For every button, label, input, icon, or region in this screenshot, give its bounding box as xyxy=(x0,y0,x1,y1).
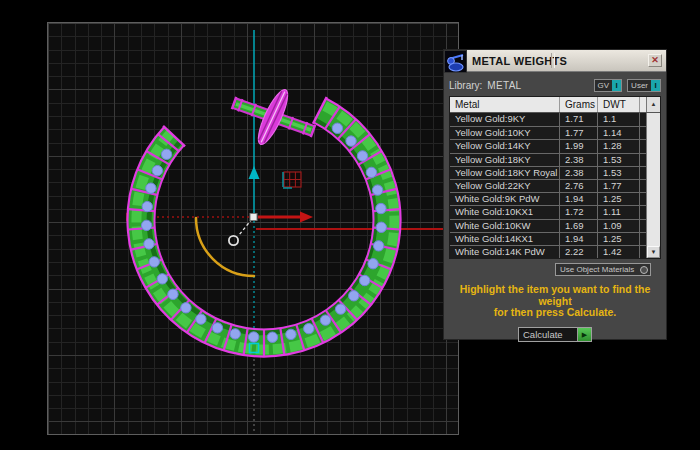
cell-dwt: 1.25 xyxy=(598,193,640,205)
cell-metal: Yellow Gold:14KY xyxy=(450,140,560,152)
stone[interactable] xyxy=(230,329,240,339)
cell-dwt: 1.14 xyxy=(598,127,640,139)
cell-metal: Yellow Gold:22KY xyxy=(450,180,560,192)
origin-marker[interactable] xyxy=(250,214,257,221)
stone[interactable] xyxy=(196,314,206,324)
instruction-line-2: for then press Calculate. xyxy=(449,307,661,319)
stone[interactable] xyxy=(376,222,386,232)
stone[interactable] xyxy=(368,259,378,269)
stone[interactable] xyxy=(373,241,383,251)
cell-dwt: 1.25 xyxy=(598,233,640,245)
cell-grams: 1.94 xyxy=(560,193,598,205)
object-materials-dropdown[interactable]: Use Object Materials xyxy=(555,263,651,276)
cell-grams: 2.38 xyxy=(560,167,598,179)
table-row[interactable]: Yellow Gold:10KY1.771.14 xyxy=(450,126,646,139)
table-row[interactable]: White Gold:14K PdW2.221.42 xyxy=(450,245,646,258)
col-header-metal[interactable]: Metal xyxy=(450,97,560,112)
table-row[interactable]: Yellow Gold:22KY2.761.77 xyxy=(450,179,646,192)
cell-dwt: 1.09 xyxy=(598,220,640,232)
cell-metal: Yellow Gold:18KY xyxy=(450,154,560,166)
cell-metal: White Gold:10KX1 xyxy=(450,206,560,218)
stone[interactable] xyxy=(267,332,277,342)
table-row[interactable]: Yellow Gold:18KY Royal2.381.53 xyxy=(450,166,646,179)
stone[interactable] xyxy=(335,304,345,314)
cell-grams: 1.94 xyxy=(560,233,598,245)
stone[interactable] xyxy=(157,274,167,284)
stone[interactable] xyxy=(181,303,191,313)
table-scrollbar[interactable]: ▲ ▼ xyxy=(646,113,660,258)
calculate-play-icon: ▶ xyxy=(577,328,591,341)
cell-grams: 1.71 xyxy=(560,113,598,126)
scroll-down-icon[interactable]: ▼ xyxy=(647,246,660,258)
calculate-button[interactable]: Calculate ▶ xyxy=(518,327,592,342)
table-row[interactable]: White Gold:10KW1.691.09 xyxy=(450,219,646,232)
stone[interactable] xyxy=(146,183,156,193)
col-header-grams[interactable]: Grams xyxy=(560,97,598,112)
table-row[interactable]: Yellow Gold:9KY1.711.1 xyxy=(450,113,646,126)
stone[interactable] xyxy=(141,220,151,230)
cell-dwt: 1.53 xyxy=(598,154,640,166)
stone[interactable] xyxy=(349,291,359,301)
stone[interactable] xyxy=(144,239,154,249)
stone[interactable] xyxy=(366,167,376,177)
table-rows: Yellow Gold:9KY1.711.1Yellow Gold:10KY1.… xyxy=(450,113,646,258)
stone[interactable] xyxy=(304,323,314,333)
stone[interactable] xyxy=(286,329,296,339)
dropdown-value: Use Object Materials xyxy=(560,265,640,274)
cell-metal: Yellow Gold:10KY xyxy=(450,127,560,139)
stone[interactable] xyxy=(320,315,330,325)
titlebar-groove xyxy=(551,53,555,68)
library-label: Library: xyxy=(449,80,482,91)
cell-grams: 1.69 xyxy=(560,220,598,232)
stone[interactable] xyxy=(152,165,162,175)
table-row[interactable]: White Gold:14KX11.941.25 xyxy=(450,232,646,245)
close-icon[interactable]: ✕ xyxy=(648,54,662,67)
handle-line xyxy=(239,219,252,235)
calculate-label: Calculate xyxy=(519,328,577,341)
rotation-handle[interactable] xyxy=(229,236,238,245)
cell-grams: 1.72 xyxy=(560,206,598,218)
table-row[interactable]: White Gold:9K PdW1.941.25 xyxy=(450,192,646,205)
gv-toggle-indicator: I xyxy=(612,80,621,91)
stone[interactable] xyxy=(142,201,152,211)
table-row[interactable]: Yellow Gold:18KY2.381.53 xyxy=(450,153,646,166)
table-widget-icon xyxy=(283,172,301,188)
stone[interactable] xyxy=(376,203,386,213)
y-axis-arrow[interactable] xyxy=(249,166,260,179)
scroll-up-icon[interactable]: ▲ xyxy=(646,97,660,112)
instruction-line-1: Highlight the item you want to find the … xyxy=(449,284,661,307)
instruction-text: Highlight the item you want to find the … xyxy=(449,284,661,319)
user-toggle-label: User xyxy=(631,81,648,90)
cell-grams: 2.22 xyxy=(560,246,598,258)
stone[interactable] xyxy=(161,149,171,159)
cell-metal: White Gold:14K PdW xyxy=(450,246,560,258)
cell-dwt: 1.11 xyxy=(598,206,640,218)
band-inner-rim xyxy=(154,122,373,329)
cell-grams: 2.76 xyxy=(560,180,598,192)
radius-arc xyxy=(196,218,254,276)
cell-metal: Yellow Gold:18KY Royal xyxy=(450,167,560,179)
user-toggle-indicator: I xyxy=(651,80,660,91)
stone[interactable] xyxy=(248,332,258,342)
stone[interactable] xyxy=(357,151,367,161)
stone[interactable] xyxy=(346,136,356,146)
metal-weights-panel: METAL WEIGHTS ✕ Library: METAL GV I User… xyxy=(443,49,667,340)
stone[interactable] xyxy=(360,275,370,285)
stone[interactable] xyxy=(212,323,222,333)
x-axis-arrow[interactable] xyxy=(300,212,313,223)
table-row[interactable]: Yellow Gold:14KY1.991.28 xyxy=(450,139,646,152)
stone[interactable] xyxy=(372,185,382,195)
cell-grams: 2.38 xyxy=(560,154,598,166)
cell-dwt: 1.1 xyxy=(598,113,640,126)
stone[interactable] xyxy=(168,289,178,299)
panel-titlebar[interactable]: METAL WEIGHTS ✕ xyxy=(444,50,666,72)
cell-dwt: 1.77 xyxy=(598,180,640,192)
table-row[interactable]: White Gold:10KX11.721.11 xyxy=(450,205,646,218)
col-header-dwt[interactable]: DWT xyxy=(598,97,640,112)
scale-icon xyxy=(444,50,467,73)
stone[interactable] xyxy=(332,123,342,133)
gv-toggle[interactable]: GV I xyxy=(594,79,623,92)
user-toggle[interactable]: User I xyxy=(627,79,661,92)
stone[interactable] xyxy=(149,257,159,267)
gv-toggle-label: GV xyxy=(598,81,610,90)
